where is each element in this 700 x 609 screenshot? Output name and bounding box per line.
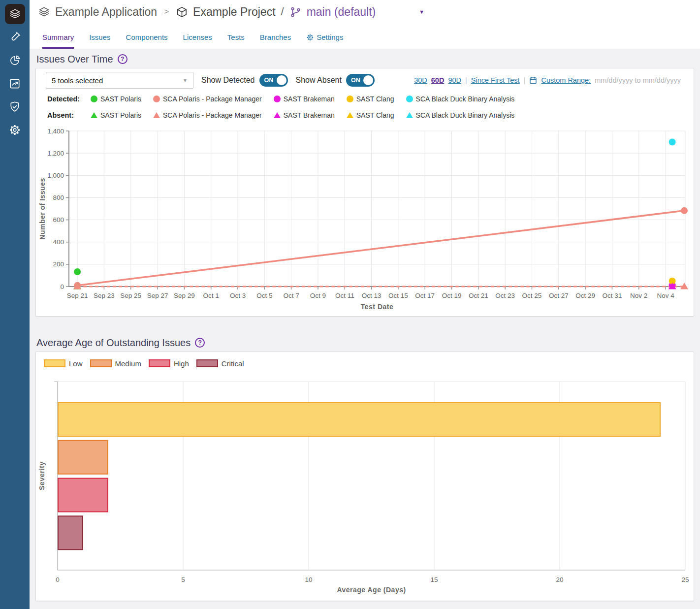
show-detected-toggle[interactable]: ON	[259, 74, 288, 87]
sidebar-item-applications[interactable]	[5, 4, 25, 24]
show-absent-label: Show Absent	[296, 76, 342, 85]
x-tick-label: Oct 9	[310, 292, 326, 299]
section-title-text: Issues Over Time	[36, 54, 113, 64]
breadcrumb-application[interactable]: Example Application	[55, 5, 157, 19]
y-tick-label: 800	[53, 194, 64, 201]
x-tick-label: Sep 27	[147, 292, 168, 299]
x-tick-label: Oct 31	[603, 292, 622, 299]
help-icon[interactable]: ?	[118, 54, 127, 64]
tab-label: Settings	[317, 33, 343, 41]
range-link-60d[interactable]: 60D	[431, 76, 445, 84]
tab-label: Components	[126, 33, 168, 41]
severity-swatch	[44, 359, 65, 367]
legend-tool-name: SCA Polaris - Package Manager	[163, 111, 262, 119]
branch-dropdown-caret[interactable]: ▼	[419, 9, 424, 15]
legend-tool-name: SCA Black Duck Binary Analysis	[416, 95, 515, 103]
series-line	[77, 211, 684, 286]
legend-item-absent: SAST Polaris	[91, 111, 141, 119]
sidebar-item-settings[interactable]	[8, 124, 21, 136]
shield-check-icon	[8, 100, 21, 113]
x-tick-label: 20	[556, 576, 563, 583]
show-absent-toggle[interactable]: ON	[346, 74, 375, 87]
help-icon[interactable]: ?	[195, 338, 205, 348]
x-tick-label: 5	[181, 576, 185, 583]
toggle-on-text: ON	[264, 77, 274, 84]
legend-tool-name: SAST Brakeman	[284, 111, 335, 119]
content: Issues Over Time? 5 tools selected▼ Show…	[30, 49, 700, 609]
breadcrumb-project[interactable]: Example Project	[193, 5, 275, 19]
tab-branches[interactable]: Branches	[260, 33, 291, 49]
x-tick-label: Oct 17	[415, 292, 435, 299]
sidebar-item-trends[interactable]	[8, 77, 21, 90]
legend-item-absent: SCA Black Duck Binary Analysis	[406, 111, 515, 119]
custom-range-link[interactable]: Custom Range:	[541, 76, 591, 84]
absent-legend-row: Absent:SAST PolarisSCA Polaris - Package…	[47, 107, 684, 123]
y-tick-label: 200	[53, 260, 64, 268]
y-tick-label: 400	[53, 238, 64, 246]
legend-tool-name: SAST Brakeman	[284, 95, 335, 103]
triangle-marker	[347, 112, 353, 118]
x-tick-label: Oct 11	[335, 292, 354, 299]
sidebar-item-tests[interactable]	[8, 31, 21, 44]
legend-item-absent: SAST Clang	[347, 111, 394, 119]
detected-label: Detected:	[47, 95, 91, 103]
x-axis-title: Test Date	[361, 303, 393, 311]
tab-label: Issues	[89, 33, 110, 41]
breadcrumb-separator: >	[164, 7, 169, 17]
legend-item-detected: SAST Polaris	[91, 95, 141, 103]
severity-label: Critical	[222, 359, 244, 368]
tab-label: Licenses	[183, 33, 212, 41]
x-tick-label: Oct 19	[442, 292, 462, 299]
legend-tool-name: SAST Polaris	[100, 111, 141, 119]
tab-issues[interactable]: Issues	[89, 33, 110, 49]
triangle-marker	[153, 112, 160, 118]
y-tick-label: 1,000	[47, 172, 64, 179]
x-tick-label: Sep 21	[67, 292, 88, 299]
triangle-marker	[274, 112, 281, 118]
x-tick-label: 25	[681, 576, 689, 583]
sidebar-item-reports[interactable]	[8, 54, 21, 67]
pie-chart-icon	[8, 54, 21, 67]
breadcrumb-branch[interactable]: main (default)	[307, 5, 376, 19]
severity-legend-item: Critical	[196, 359, 245, 368]
chart-controls: 5 tools selected▼ Show Detected ON Show …	[36, 68, 694, 89]
section-title-text: Average Age of Outstanding Issues	[36, 337, 191, 348]
legend-item-detected: SAST Clang	[347, 95, 394, 103]
sidebar-item-security[interactable]	[8, 100, 21, 113]
tab-summary[interactable]: Summary	[42, 33, 74, 49]
bar-critical	[58, 516, 83, 549]
tab-settings[interactable]: Settings	[306, 33, 343, 49]
x-tick-label: Sep 29	[174, 292, 195, 299]
tools-select-value: 5 tools selected	[52, 76, 103, 85]
circle-marker	[91, 96, 97, 102]
tab-tests[interactable]: Tests	[227, 33, 245, 49]
tab-components[interactable]: Components	[126, 33, 168, 49]
legend-item-absent: SCA Polaris - Package Manager	[153, 111, 262, 119]
range-link-30d[interactable]: 30D	[414, 76, 427, 84]
avg-age-title: Average Age of Outstanding Issues?	[36, 337, 694, 348]
legend-tool-name: SCA Polaris - Package Manager	[163, 95, 262, 103]
app: Example Application > Example Project / …	[0, 0, 700, 609]
since-first-test-link[interactable]: Since First Test	[471, 76, 520, 84]
gear-icon	[306, 33, 314, 41]
tab-licenses[interactable]: Licenses	[183, 33, 212, 49]
tab-label: Summary	[42, 33, 74, 41]
detected-legend-row: Detected:SAST PolarisSCA Polaris - Packa…	[47, 91, 684, 107]
branch-icon	[289, 6, 302, 18]
x-tick-label: 0	[56, 576, 60, 583]
x-tick-label: Oct 7	[284, 292, 299, 299]
y-axis-title: Severity	[38, 461, 46, 490]
issues-over-time-card: 5 tools selected▼ Show Detected ON Show …	[35, 68, 694, 317]
x-tick-label: Nov 4	[657, 292, 674, 299]
bar-high	[58, 479, 108, 512]
tools-select[interactable]: 5 tools selected▼	[46, 72, 193, 89]
circle-marker	[153, 96, 160, 102]
custom-range-input[interactable]: mm/dd/yyyy to mm/dd/yyyy	[595, 76, 681, 84]
severity-legend-item: Low	[44, 359, 84, 368]
y-axis-title: Number of Issues	[38, 178, 46, 239]
toggle-on-text: ON	[351, 77, 360, 84]
x-tick-label: Oct 15	[388, 292, 408, 299]
range-link-90d[interactable]: 90D	[448, 76, 461, 84]
tab-label: Branches	[260, 33, 291, 41]
legend-item-detected: SCA Black Duck Binary Analysis	[406, 95, 515, 103]
